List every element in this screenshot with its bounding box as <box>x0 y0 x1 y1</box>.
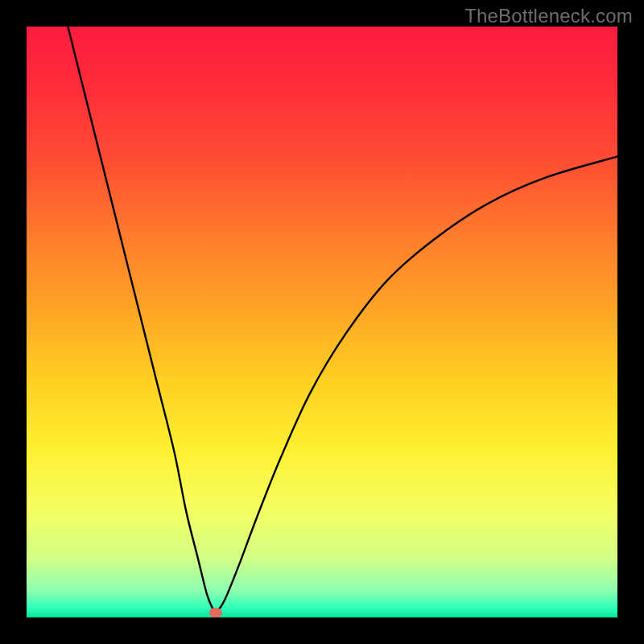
optimal-marker <box>209 608 222 617</box>
chart-svg <box>27 27 617 617</box>
chart-frame: TheBottleneck.com <box>0 0 644 644</box>
watermark-text: TheBottleneck.com <box>464 5 633 27</box>
plot-area <box>27 27 617 617</box>
gradient-background <box>27 27 617 617</box>
svg-rect-0 <box>209 608 222 617</box>
